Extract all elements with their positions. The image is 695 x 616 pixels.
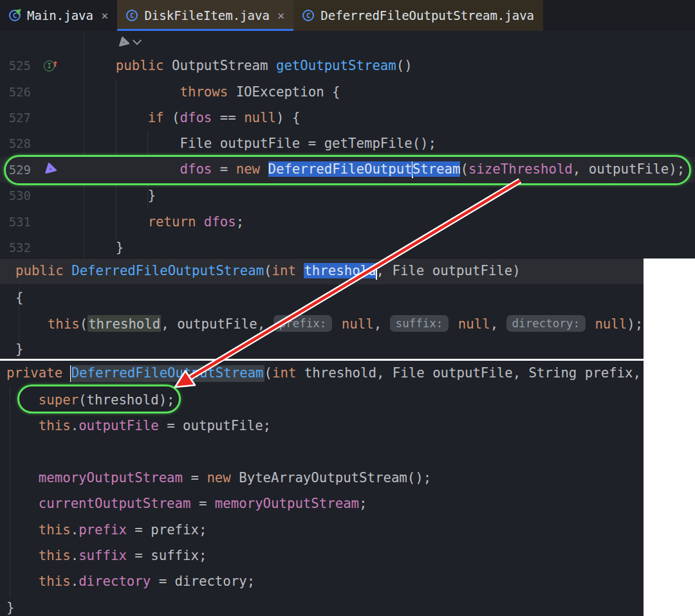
code-line-526[interactable]: 526 throws IOException { (0, 78, 695, 104)
tab-label: DeferredFileOutputStream.java (320, 8, 534, 23)
overrides-method-gutter-icon[interactable]: I↑ (44, 60, 59, 71)
code-line-531[interactable]: 531 return dfos; (0, 208, 695, 234)
tab-label: Main.java (27, 8, 93, 23)
code-token: == (212, 110, 244, 125)
code-text: throws IOException { (84, 84, 695, 100)
tab-deferredfileoutputstream-java[interactable]: C DeferredFileOutputStream.java (293, 0, 543, 31)
code-token (587, 316, 595, 332)
code-token: null (244, 110, 276, 125)
tab-diskfileitem-java[interactable]: C DiskFileItem.java × (117, 0, 293, 31)
code-line[interactable] (0, 439, 644, 464)
code-token: memoryOutputStream (215, 496, 359, 511)
parameter-hint: suffix: (390, 315, 449, 332)
code-line[interactable]: } (0, 595, 644, 616)
code-token: ; (236, 214, 244, 230)
code-line[interactable]: public DeferredFileOutputStream(int thre… (0, 258, 644, 284)
code-line[interactable]: this(threshold, outputFile, prefix: null… (0, 311, 644, 336)
line-number: 526 (0, 85, 31, 99)
parameter-hint: directory: (506, 315, 586, 332)
screenshot-root: C Main.java × C DiskFileItem.java × C De… (0, 0, 695, 616)
code-line[interactable]: private DeferredFileOutputStream(int thr… (0, 361, 644, 386)
code-text: memoryOutputStream = new ByteArrayOutput… (0, 470, 644, 485)
code-token: } (15, 341, 23, 357)
code-text: } (84, 188, 695, 203)
code-line-530[interactable]: 530 } (0, 183, 695, 208)
code-text: this.suffix = suffix; (0, 548, 644, 563)
line-number: 528 (0, 136, 31, 150)
code-line-528[interactable]: 528 File outputFile = getTempFile(); (0, 131, 695, 156)
code-token: dfos (180, 110, 212, 125)
tab-main-java[interactable]: C Main.java × (0, 0, 117, 31)
code-token (333, 316, 341, 332)
code-token: this (39, 548, 71, 563)
code-token: threshold (88, 315, 161, 332)
code-token: int (272, 263, 304, 278)
code-line-532[interactable]: 532 } (0, 235, 695, 258)
code-line[interactable]: memoryOutputStream = new ByteArrayOutput… (0, 465, 644, 491)
class-letter: C (130, 12, 134, 20)
code-token: ( (80, 316, 88, 332)
code-token: if (148, 110, 172, 125)
runnable-class-icon: C (9, 10, 21, 21)
code-token: getOutputStream (276, 58, 396, 73)
code-token: threshold (304, 263, 376, 278)
code-text: this.prefix = prefix; (0, 522, 644, 538)
code-text: private DeferredFileOutputStream(int thr… (0, 365, 644, 382)
code-token: threshold, File outputFile, String prefi… (304, 365, 641, 381)
code-text: currentOutputStream = memoryOutputStream… (0, 496, 644, 511)
code-text: } (0, 341, 644, 357)
parameter-hint: prefix: (273, 315, 333, 332)
class-letter: C (306, 12, 311, 20)
code-token: , (490, 316, 506, 332)
code-token: OutputStream (172, 58, 276, 73)
code-token: int (272, 365, 304, 381)
code-text: return dfos; (84, 214, 695, 230)
chevron-down-icon[interactable] (133, 36, 142, 45)
code-token: this (48, 316, 80, 332)
class-icon: C (126, 10, 138, 21)
code-token: this (39, 418, 71, 433)
code-line-527[interactable]: 527 if (dfos == null) { (0, 105, 695, 131)
line-number: 525 (0, 59, 31, 73)
code-token: this (39, 522, 71, 538)
class-icon: C (302, 10, 314, 21)
code-line[interactable]: this.directory = directory; (0, 568, 644, 594)
code-token: prefix (79, 522, 127, 538)
code-token: = (183, 470, 207, 485)
code-line[interactable]: } (0, 336, 644, 359)
code-token: null (595, 316, 627, 332)
ai-assistant-icon[interactable] (118, 36, 129, 48)
code-line-525[interactable]: 525I↑ public OutputStream getOutputStrea… (0, 53, 695, 78)
code-line[interactable]: this.prefix = prefix; (0, 516, 644, 542)
code-token: currentOutputStream (39, 496, 191, 511)
code-token: DeferredFileOutputStream (71, 263, 264, 278)
code-token: = (190, 496, 214, 511)
code-token: IOException { (236, 84, 340, 100)
code-line[interactable]: { (0, 284, 644, 310)
code-line[interactable]: currentOutputStream = memoryOutputStream… (0, 491, 644, 516)
code-text: } (0, 600, 644, 615)
code-token: null (458, 316, 490, 332)
code-token: directory (79, 574, 151, 589)
code-token: ( (264, 263, 272, 278)
code-text: this.directory = directory; (0, 574, 644, 589)
code-text: } (84, 240, 695, 255)
code-token: suffix (79, 548, 127, 563)
code-token: outputFile (79, 418, 159, 433)
code-token: } (116, 240, 124, 255)
code-token: new (207, 470, 239, 485)
code-token: = prefix; (127, 522, 207, 538)
ide-editor-window: C Main.java × C DiskFileItem.java × C De… (0, 0, 695, 258)
code-line[interactable]: this.outputFile = outputFile; (0, 413, 644, 439)
code-line[interactable]: this.suffix = suffix; (0, 543, 644, 568)
code-token: ); (627, 316, 643, 332)
code-token: . (71, 574, 79, 589)
code-token: ( (172, 110, 180, 125)
gutter: I↑ (31, 60, 84, 71)
code-text: { (0, 290, 644, 305)
code-token: dfos (204, 214, 236, 230)
code-token: . (71, 522, 79, 538)
close-icon[interactable]: × (101, 8, 108, 23)
close-icon[interactable]: × (277, 8, 284, 23)
ai-assistant-inline-widget[interactable] (0, 31, 695, 53)
